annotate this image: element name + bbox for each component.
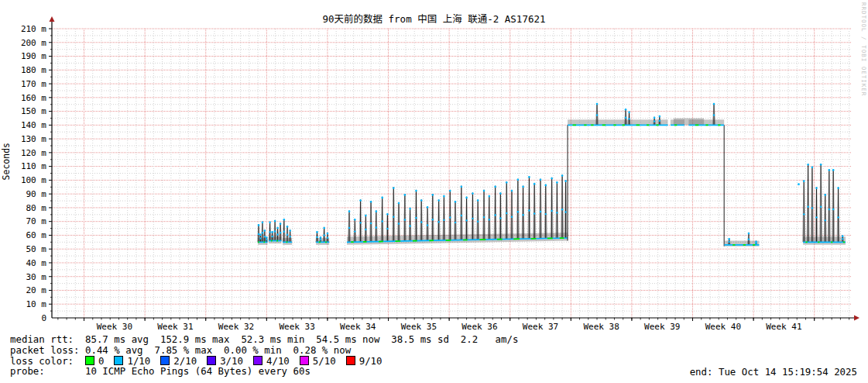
packet-loss-stats: packet loss: 0.44 % avg 7.85 % max 0.00 … (10, 345, 518, 356)
grid (53, 29, 852, 318)
svg-text:100 m: 100 m (21, 175, 46, 185)
chart-legend: median rtt: 85.7 ms avg 152.9 ms max 52.… (10, 334, 518, 377)
loss-legend-item: 2/10 (160, 356, 197, 367)
svg-text:80 m: 80 m (26, 203, 47, 213)
svg-text:110 m: 110 m (21, 161, 46, 171)
svg-text:40 m: 40 m (26, 258, 47, 268)
axes (49, 16, 859, 321)
loss-color-value: 1/10 (127, 356, 150, 367)
loss-legend-item: 4/10 (253, 356, 290, 367)
loss-color-value: 5/10 (313, 356, 336, 367)
svg-text:90 m: 90 m (26, 189, 47, 199)
median-rtt-stats: median rtt: 85.7 ms avg 152.9 ms max 52.… (10, 334, 518, 345)
svg-text:Week 37: Week 37 (523, 322, 558, 332)
svg-text:170 m: 170 m (21, 79, 46, 89)
loss-color-swatch (160, 356, 170, 365)
loss-color-value: 0 (98, 356, 104, 367)
svg-text:200 m: 200 m (21, 38, 46, 48)
svg-text:130 m: 130 m (21, 134, 46, 144)
loss-color-swatch (207, 356, 216, 365)
loss-color-swatch (300, 356, 309, 365)
loss-legend-item: 9/10 (346, 356, 383, 367)
svg-text:190 m: 190 m (21, 51, 46, 61)
loss-color-swatch (85, 356, 94, 365)
latency-chart: 010 m20 m30 m40 m50 m60 m70 m80 m90 m100… (0, 0, 868, 333)
loss-color-label: loss color: (10, 356, 85, 367)
loss-color-value: 2/10 (173, 356, 197, 367)
end-timestamp: end: Tue Oct 14 15:19:54 2025 (690, 366, 857, 378)
svg-text:140 m: 140 m (21, 120, 46, 130)
svg-text:Week 30: Week 30 (97, 322, 132, 332)
svg-text:210 m: 210 m (21, 24, 46, 34)
svg-text:150 m: 150 m (21, 106, 46, 116)
svg-text:20 m: 20 m (26, 285, 47, 295)
svg-text:Week 33: Week 33 (279, 322, 314, 332)
probe-info: probe: 10 ICMP Echo Pings (64 Bytes) eve… (10, 366, 518, 377)
svg-text:Week 41: Week 41 (766, 322, 801, 332)
loss-color-swatch (253, 356, 262, 365)
svg-text:Week 36: Week 36 (461, 322, 497, 332)
svg-text:Week 34: Week 34 (340, 322, 376, 332)
svg-text:10 m: 10 m (26, 299, 47, 309)
loss-legend-item: 5/10 (300, 356, 336, 367)
loss-color-swatch (346, 356, 355, 365)
svg-text:120 m: 120 m (21, 148, 46, 158)
svg-text:160 m: 160 m (21, 93, 46, 103)
loss-color-swatch (114, 356, 123, 365)
loss-legend-items: 01/102/103/104/105/109/10 (85, 356, 393, 367)
loss-legend-item: 3/10 (207, 356, 243, 367)
loss-color-value: 3/10 (220, 356, 243, 367)
svg-text:70 m: 70 m (26, 216, 47, 226)
svg-text:Week 39: Week 39 (644, 322, 680, 332)
loss-color-value: 4/10 (266, 356, 290, 367)
chart-svg: 010 m20 m30 m40 m50 m60 m70 m80 m90 m100… (0, 0, 868, 333)
svg-text:0: 0 (41, 313, 46, 323)
svg-text:Week 32: Week 32 (218, 322, 254, 332)
loss-color-legend: loss color: 01/102/103/104/105/109/10 (10, 356, 518, 367)
svg-text:60 m: 60 m (26, 230, 47, 240)
svg-text:Week 40: Week 40 (705, 322, 741, 332)
svg-text:Week 35: Week 35 (401, 322, 437, 332)
loss-legend-item: 0 (85, 356, 104, 367)
loss-color-value: 9/10 (359, 356, 383, 367)
svg-text:180 m: 180 m (21, 65, 46, 75)
smokeping-graph-page: 90天前的数据 from 中国 上海 联通-2 AS17621 RRDTOOL … (0, 0, 868, 383)
svg-text:30 m: 30 m (26, 272, 47, 282)
svg-text:Week 38: Week 38 (583, 322, 619, 332)
svg-text:50 m: 50 m (26, 244, 47, 254)
svg-text:Week 31: Week 31 (157, 322, 193, 332)
loss-legend-item: 1/10 (114, 356, 150, 367)
